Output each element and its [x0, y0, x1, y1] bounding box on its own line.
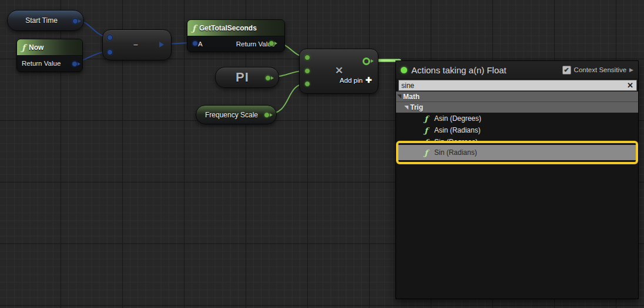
- frequency-scale-output-pin[interactable]: [264, 112, 270, 118]
- context-sensitive-label: Context Sensitive: [574, 66, 627, 73]
- multiply-output-pin[interactable]: [363, 57, 370, 65]
- function-icon: ƒ: [422, 126, 430, 135]
- tree-category-trig[interactable]: Trig: [396, 102, 638, 113]
- plus-icon: ✚: [365, 76, 372, 84]
- pin-tail-icon: [271, 76, 274, 80]
- subtract-operator: –: [133, 40, 138, 49]
- blueprint-graph-canvas[interactable]: Start Time ƒ Now Return Value – ƒ GetTot…: [0, 0, 644, 308]
- tree-item-sin-radians-selected[interactable]: ƒ Sin (Radians): [398, 145, 636, 160]
- input-pin-label: A: [198, 40, 203, 48]
- node-header: ƒ Now: [17, 39, 82, 56]
- node-frequency-scale[interactable]: Frequency Scale: [196, 105, 277, 124]
- multiply-input-1-pin[interactable]: [304, 55, 310, 60]
- context-action-menu: Actions taking a(n) Float ✔ Context Sens…: [395, 60, 639, 299]
- function-icon: ƒ: [422, 148, 430, 157]
- gettotalseconds-return-pin[interactable]: [269, 40, 274, 46]
- pin-tail-icon: [371, 59, 374, 63]
- item-label: Asin (Degrees): [434, 114, 481, 123]
- node-pi[interactable]: PI: [215, 67, 279, 88]
- gettotalseconds-a-pin[interactable]: [192, 40, 198, 46]
- item-label: Asin (Radians): [434, 126, 481, 134]
- category-label: Trig: [410, 103, 423, 111]
- node-multiply[interactable]: ✕ Add pin ✚: [299, 49, 378, 94]
- pin-tail-icon: [78, 62, 80, 66]
- node-title: Now: [29, 43, 43, 52]
- expander-arrow-icon[interactable]: [397, 94, 401, 99]
- expander-arrow-icon[interactable]: [404, 106, 408, 110]
- node-subtract[interactable]: –: [102, 29, 172, 60]
- pin-tail-icon: [78, 19, 81, 23]
- tree-category-math[interactable]: Math: [396, 92, 638, 102]
- float-type-dot-icon: [401, 67, 407, 73]
- pi-output-pin[interactable]: [265, 75, 271, 81]
- tree-item-asin-degrees[interactable]: ƒ Asin (Degrees): [396, 113, 638, 124]
- start-time-output-pin[interactable]: [72, 18, 78, 24]
- node-now[interactable]: ƒ Now Return Value: [16, 39, 83, 72]
- node-start-time[interactable]: Start Time: [7, 10, 84, 31]
- search-box: ✕: [398, 80, 637, 91]
- add-pin-button[interactable]: Add pin ✚: [340, 76, 372, 84]
- item-label: Sin (Radians): [434, 148, 477, 157]
- subtract-output-pin[interactable]: [159, 42, 164, 48]
- node-header: ƒ GetTotalSeconds: [187, 20, 284, 36]
- function-icon: ƒ: [422, 114, 430, 123]
- now-return-value-pin[interactable]: [72, 61, 78, 67]
- selection-highlight-box: ƒ Sin (Radians): [396, 141, 638, 164]
- node-title: PI: [236, 70, 259, 85]
- node-title: Frequency Scale: [205, 111, 267, 119]
- multiply-operator: ✕: [335, 65, 343, 77]
- multiply-input-3-pin[interactable]: [304, 81, 310, 87]
- subtract-input-a-pin[interactable]: [107, 35, 113, 40]
- context-menu-title: Actions taking a(n) Float: [411, 65, 562, 75]
- checkbox-checked-icon[interactable]: ✔: [562, 66, 571, 75]
- search-input[interactable]: [399, 82, 624, 90]
- node-title: GetTotalSeconds: [199, 24, 257, 32]
- expand-arrow-icon[interactable]: ▶: [629, 67, 633, 73]
- output-pin-label: Return Value: [22, 60, 61, 67]
- function-icon: ƒ: [192, 24, 196, 32]
- context-menu-header: Actions taking a(n) Float ✔ Context Sens…: [396, 61, 638, 79]
- pin-tail-icon: [270, 113, 273, 117]
- node-title: Start Time: [25, 16, 66, 25]
- node-gettotalseconds[interactable]: ƒ GetTotalSeconds A Return Value: [187, 19, 285, 52]
- add-pin-label: Add pin: [340, 77, 363, 84]
- multiply-input-2-pin[interactable]: [304, 68, 310, 74]
- category-label: Math: [403, 93, 420, 101]
- pin-tail-icon: [274, 42, 277, 45]
- tree-item-asin-radians[interactable]: ƒ Asin (Radians): [396, 124, 638, 136]
- clear-search-icon[interactable]: ✕: [624, 82, 636, 89]
- context-sensitive-toggle[interactable]: ✔ Context Sensitive ▶: [562, 66, 633, 75]
- function-icon: ƒ: [22, 43, 25, 52]
- subtract-input-b-pin[interactable]: [107, 49, 113, 55]
